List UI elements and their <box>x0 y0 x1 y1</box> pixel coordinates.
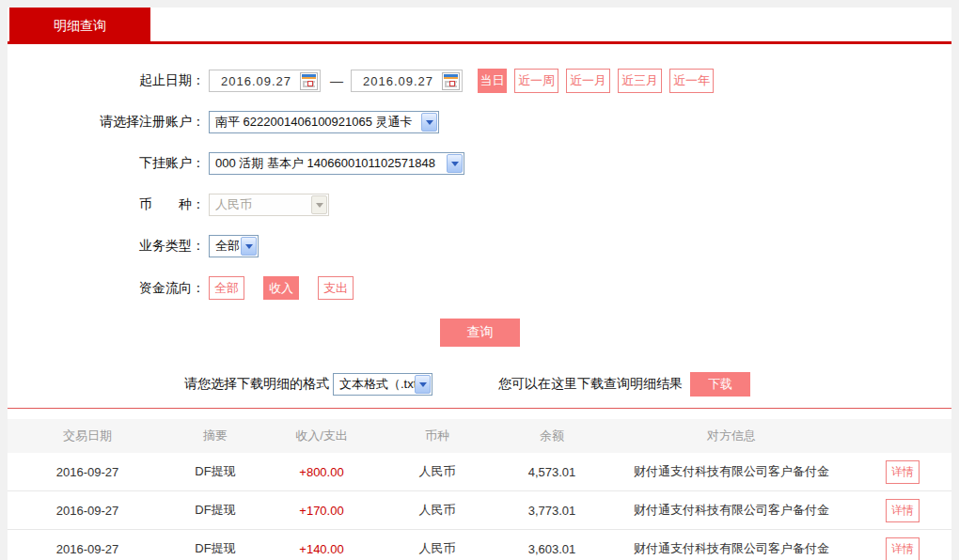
chevron-down-icon[interactable] <box>415 375 431 394</box>
cell-balance: 4,573.01 <box>495 465 609 479</box>
chevron-down-icon <box>311 195 327 214</box>
business-type-select[interactable]: 全部 <box>209 235 259 257</box>
col-header-summary: 摘要 <box>167 428 263 444</box>
cell-amount: +140.00 <box>263 542 380 556</box>
fund-flow-expense-button[interactable]: 支出 <box>318 276 354 300</box>
download-row: 请您选择下载明细的格式 文本格式（.txt） 您可以在这里下载查询明细结果 下载 <box>184 372 951 397</box>
col-header-balance: 余额 <box>495 428 609 444</box>
currency-row: 币 种： 人民币 <box>8 194 951 216</box>
main-content: 明细查询 起止日期： 2016.09.27 — 2016.09.27 当日 近一… <box>8 8 951 560</box>
cell-amount: +170.00 <box>263 504 380 518</box>
chevron-down-icon[interactable] <box>421 113 437 132</box>
cell-summary: DF提现 <box>167 502 263 519</box>
cell-currency: 人民币 <box>380 502 495 519</box>
end-date-input[interactable]: 2016.09.27 <box>351 70 463 92</box>
query-form: 起止日期： 2016.09.27 — 2016.09.27 当日 近一周 近一月… <box>8 44 951 409</box>
business-type-value: 全部 <box>211 238 240 255</box>
col-header-counterparty: 对方信息 <box>609 428 854 444</box>
sub-account-label: 下挂账户： <box>8 155 205 172</box>
register-account-label: 请选择注册账户： <box>8 114 205 131</box>
cell-balance: 3,773.01 <box>495 504 609 518</box>
results-table: 交易日期 摘要 收入/支出 币种 余额 对方信息 2016-09-27 DF提现… <box>8 419 951 560</box>
cell-counterparty: 财付通支付科技有限公司客户备付金 <box>609 502 854 519</box>
quick-range-today-button[interactable]: 当日 <box>478 69 507 93</box>
col-header-date: 交易日期 <box>8 428 167 444</box>
calendar-day-marker <box>307 81 313 86</box>
currency-value: 人民币 <box>211 196 252 213</box>
fund-flow-income-button[interactable]: 收入 <box>263 276 299 300</box>
cell-date: 2016-09-27 <box>8 465 167 479</box>
sub-account-select[interactable]: 000 活期 基本户 1406600101102571848 <box>209 152 464 175</box>
register-account-value: 南平 6222001406100921065 灵通卡 <box>211 114 413 131</box>
calendar-day-marker <box>449 81 455 86</box>
cell-date: 2016-09-27 <box>8 542 167 556</box>
fund-flow-row: 资金流向： 全部 收入 支出 <box>8 276 951 300</box>
start-date-input[interactable]: 2016.09.27 <box>209 70 321 92</box>
date-range-label: 起止日期： <box>8 72 205 89</box>
tab-bar: 明细查询 <box>8 8 951 44</box>
register-account-select[interactable]: 南平 6222001406100921065 灵通卡 <box>209 111 439 133</box>
detail-button[interactable]: 详情 <box>886 499 920 522</box>
quick-range-week-button[interactable]: 近一周 <box>514 69 558 93</box>
chevron-down-icon[interactable] <box>241 237 257 256</box>
col-header-currency: 币种 <box>380 428 495 444</box>
calendar-icon[interactable] <box>300 72 318 90</box>
cell-balance: 3,603.01 <box>495 542 609 556</box>
chevron-down-icon[interactable] <box>447 154 463 173</box>
sub-account-value: 000 活期 基本户 1406600101102571848 <box>211 155 435 172</box>
query-button[interactable]: 查询 <box>440 319 520 347</box>
business-type-label: 业务类型： <box>8 238 205 255</box>
register-account-row: 请选择注册账户： 南平 6222001406100921065 灵通卡 <box>8 111 951 133</box>
download-button[interactable]: 下载 <box>690 372 750 397</box>
quick-range-month-button[interactable]: 近一月 <box>566 69 610 93</box>
business-type-row: 业务类型： 全部 <box>8 235 951 257</box>
table-row: 2016-09-27 DF提现 +800.00 人民币 4,573.01 财付通… <box>8 453 951 491</box>
tab-detail-query[interactable]: 明细查询 <box>9 8 150 44</box>
cell-amount: +800.00 <box>263 465 380 479</box>
date-range-row: 起止日期： 2016.09.27 — 2016.09.27 当日 近一周 近一月… <box>8 70 951 92</box>
calendar-icon[interactable] <box>442 72 460 90</box>
cell-counterparty: 财付通支付科技有限公司客户备付金 <box>609 540 854 557</box>
col-header-amount: 收入/支出 <box>263 428 380 444</box>
download-format-select[interactable]: 文本格式（.txt） <box>333 373 432 396</box>
detail-button[interactable]: 详情 <box>886 460 920 484</box>
cell-currency: 人民币 <box>380 540 495 557</box>
cell-date: 2016-09-27 <box>8 504 167 518</box>
quick-range-year-button[interactable]: 近一年 <box>669 69 714 93</box>
table-row: 2016-09-27 DF提现 +170.00 人民币 3,773.01 财付通… <box>8 491 951 530</box>
date-separator: — <box>330 73 343 88</box>
download-hint: 您可以在这里下载查询明细结果 <box>498 376 683 393</box>
query-button-row: 查询 <box>8 319 951 347</box>
end-date-value: 2016.09.27 <box>363 74 433 88</box>
table-row: 2016-09-27 DF提现 +140.00 人民币 3,603.01 财付通… <box>8 530 951 560</box>
cell-summary: DF提现 <box>167 540 263 557</box>
detail-button[interactable]: 详情 <box>886 537 920 560</box>
download-format-label: 请您选择下载明细的格式 <box>184 376 329 393</box>
sub-account-row: 下挂账户： 000 活期 基本户 1406600101102571848 <box>8 152 951 175</box>
download-format-value: 文本格式（.txt） <box>335 376 415 393</box>
currency-label: 币 种： <box>8 196 205 213</box>
currency-select: 人民币 <box>209 194 329 216</box>
start-date-value: 2016.09.27 <box>221 74 291 88</box>
table-header-row: 交易日期 摘要 收入/支出 币种 余额 对方信息 <box>8 419 951 453</box>
cell-currency: 人民币 <box>380 463 495 480</box>
fund-flow-all-button[interactable]: 全部 <box>209 276 244 300</box>
cell-counterparty: 财付通支付科技有限公司客户备付金 <box>609 463 854 480</box>
cell-summary: DF提现 <box>167 463 263 480</box>
fund-flow-label: 资金流向： <box>8 280 205 297</box>
quick-range-3months-button[interactable]: 近三月 <box>618 69 662 93</box>
